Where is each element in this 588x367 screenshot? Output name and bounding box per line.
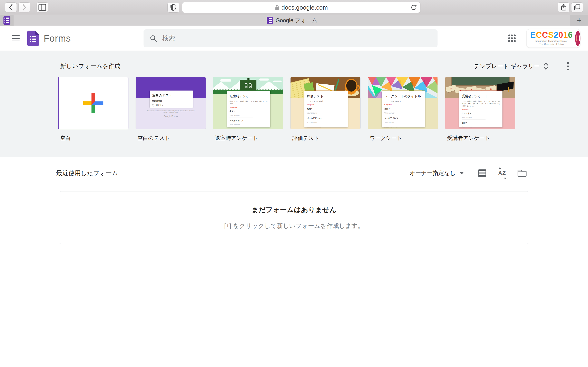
owner-filter-label: オーナー指定なし: [409, 169, 456, 177]
mini-answer: Your answer: [229, 124, 253, 127]
mini-question: 無題の問題: [152, 100, 190, 102]
tab-overview-button[interactable]: [571, 2, 583, 12]
sort-desc-icon: [504, 178, 506, 179]
mini-field-label: クラス名 *: [462, 112, 500, 115]
template-gallery-label: テンプレート ギャラリー: [474, 62, 540, 70]
template-card-exit-survey[interactable]: 退室時アンケート 今日このクラスを出る前に、次の質問に答えてください。 *Req…: [213, 77, 283, 142]
tab-bar: Google フォーム +: [0, 15, 588, 26]
reload-icon: [411, 4, 417, 11]
new-tab-button[interactable]: +: [570, 15, 588, 26]
search-box[interactable]: [144, 29, 438, 47]
template-cards-row: 空白 空白のテスト 無題の問題 選択肢 1 This content is ne…: [58, 77, 515, 142]
dropdown-caret-icon: [460, 172, 464, 174]
mini-field-label: 講師 *: [462, 122, 500, 124]
mini-field-label: メールアドレス *: [384, 117, 423, 120]
forms-pinned-tab-icon: [3, 16, 10, 25]
sidebar-icon: [38, 4, 46, 11]
share-button[interactable]: [558, 2, 570, 12]
template-card-blank[interactable]: 空白: [58, 77, 129, 142]
back-icon: [9, 4, 13, 11]
mini-desc: 今日このクラスを出る前に、次の質問に答えてください。: [229, 100, 268, 105]
org-brand-text: ECCS2016: [530, 31, 573, 39]
empty-state-title: まだフォームはありません: [251, 205, 337, 215]
template-card-assessment[interactable]: 評価テスト ここにテキストを挿入。 *Required 名前 * Your an…: [290, 77, 361, 142]
template-section-title: 新しいフォームを作成: [60, 62, 120, 70]
mini-answer: Your answer: [307, 112, 331, 115]
search-input[interactable]: [162, 35, 432, 42]
mini-form-title: 空白のテスト: [152, 93, 190, 98]
google-plus-icon: [81, 91, 105, 115]
mini-form-title: ワークシートのタイトル: [384, 94, 423, 99]
list-view-icon: [478, 169, 487, 177]
template-label: ワークシート: [370, 134, 438, 142]
open-file-picker-button[interactable]: [517, 169, 527, 177]
pinned-tab-forms[interactable]: [0, 15, 14, 26]
template-thumb-quiz: 空白のテスト 無題の問題 選択肢 1 This content is neith…: [136, 77, 206, 129]
forward-icon: [22, 4, 26, 11]
folder-icon: [517, 169, 527, 177]
mini-answer: Your answer: [462, 117, 485, 120]
template-card-course-survey[interactable]: 受講者アンケート コースの構成、内容、講師についてのご意見・ご感想など、修了した…: [445, 77, 515, 142]
forward-button[interactable]: [18, 2, 30, 12]
template-label: 空白のテスト: [138, 134, 206, 142]
mini-required: *Required: [229, 106, 268, 108]
owner-filter-dropdown[interactable]: オーナー指定なし: [407, 167, 466, 179]
hikers-sign-icon: [240, 80, 256, 91]
mini-field-label: 名前 *: [307, 108, 345, 110]
mini-field-label: メールアドレス *: [307, 117, 345, 120]
mini-desc: ここにテキストを挿入。: [384, 100, 423, 103]
back-button[interactable]: [5, 2, 17, 12]
privacy-shield-button[interactable]: [167, 3, 179, 12]
browser-toolbar: docs.google.com: [0, 0, 588, 15]
template-card-worksheet[interactable]: ワークシートのタイトル ここにテキストを挿入。 *Required 名前 * Y…: [368, 77, 438, 142]
org-sub2: The University of Tokyo: [530, 43, 573, 46]
mini-disclaimer: This content is neither created nor endo…: [146, 110, 196, 114]
shield-icon: [171, 4, 176, 11]
more-options-button[interactable]: [562, 60, 574, 72]
template-thumb-exit: 退室時アンケート 今日このクラスを出る前に、次の質問に答えてください。 *Req…: [213, 77, 283, 129]
mini-field-label: 画像のタイトル: [384, 126, 423, 127]
reload-button[interactable]: [411, 4, 417, 11]
template-thumb-assessment: 評価テスト ここにテキストを挿入。 *Required 名前 * Your an…: [290, 77, 361, 129]
account-card[interactable]: ECCS2016 Information Technology Center T…: [526, 29, 580, 48]
mini-form-title: 受講者アンケート: [462, 94, 500, 99]
divider: [557, 61, 557, 72]
unfold-icon: [543, 62, 549, 70]
forms-logo[interactable]: [27, 31, 39, 46]
sort-asc-icon: [499, 167, 501, 169]
template-card-blank-quiz[interactable]: 空白のテスト 無題の問題 選択肢 1 This content is neith…: [136, 77, 206, 142]
mini-section-ribbon: テスト問題: [307, 127, 321, 127]
org-logo: ECCS2016 Information Technology Center T…: [530, 31, 573, 46]
google-apps-button[interactable]: [505, 32, 519, 45]
new-tab-plus: +: [577, 16, 582, 25]
mini-option: 選択肢 1: [156, 104, 163, 107]
mini-desc: ここにテキストを挿入。: [307, 100, 345, 103]
template-label: 退室時アンケート: [215, 134, 283, 142]
template-gallery-button[interactable]: テンプレート ギャラリー: [471, 60, 552, 72]
tab-title: Google フォーム: [276, 17, 317, 24]
mini-form-title: 評価テスト: [307, 94, 345, 99]
template-thumb-blank: [58, 77, 129, 129]
lock-icon: [275, 4, 279, 11]
mini-required: *Required: [307, 104, 345, 106]
mini-brand: Google Forms: [136, 115, 206, 117]
address-bar[interactable]: docs.google.com: [182, 2, 421, 13]
app-name: Forms: [44, 33, 71, 44]
empty-state-subtitle: [+] をクリックして新しいフォームを作成します。: [224, 222, 364, 230]
mini-answer: Your answer: [229, 114, 253, 117]
avatar[interactable]: H: [575, 31, 580, 46]
template-label: 受講者アンケート: [447, 134, 515, 142]
mini-answer: Your answer: [384, 112, 408, 115]
list-view-button[interactable]: [478, 169, 487, 177]
main-menu-button[interactable]: [9, 31, 23, 45]
url-text: docs.google.com: [282, 4, 328, 11]
template-thumb-worksheet: ワークシートのタイトル ここにテキストを挿入。 *Required 名前 * Y…: [368, 77, 438, 129]
sort-button[interactable]: AZ: [497, 169, 507, 178]
sidebar-toggle-button[interactable]: [36, 2, 48, 12]
template-label: 評価テスト: [292, 134, 361, 142]
template-section: 新しいフォームを作成 テンプレート ギャラリー: [0, 50, 588, 157]
empty-state-card: まだフォームはありません [+] をクリックして新しいフォームを作成します。: [59, 191, 529, 244]
active-tab[interactable]: Google フォーム: [14, 15, 570, 26]
mini-field-label: 名前 *: [384, 108, 423, 110]
mini-required: *Required: [384, 104, 423, 106]
